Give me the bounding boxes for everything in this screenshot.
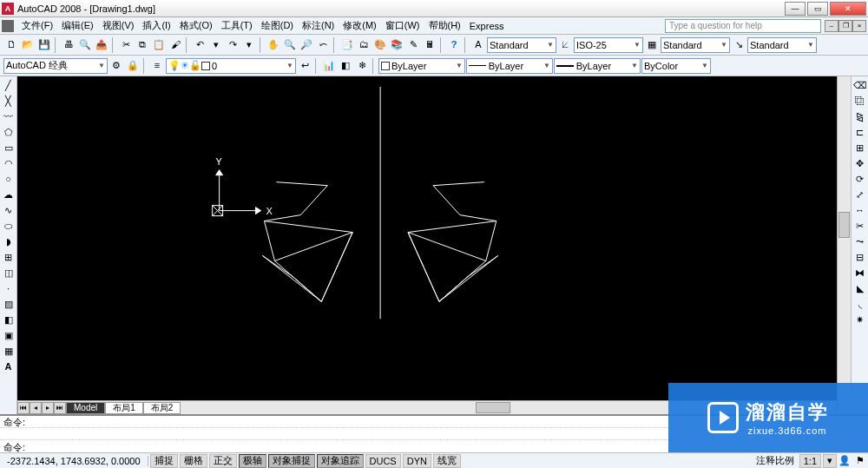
tab-layout2[interactable]: 布局2 [143,402,181,414]
extend-tool[interactable]: ⤳ [853,234,867,248]
polygon-tool[interactable]: ⬠ [2,125,16,139]
insertblock-tool[interactable]: ⊞ [2,250,16,264]
mdi-restore-button[interactable]: ❐ [838,20,852,32]
offset-tool[interactable]: ⊏ [853,125,867,139]
grid-toggle[interactable]: 栅格 [180,454,207,468]
workspace-settings-button[interactable]: ⚙ [108,58,124,74]
tab-prev-button[interactable]: ◂ [30,402,42,414]
plot-preview-button[interactable]: 🔍 [77,37,93,53]
layer-freeze-button[interactable]: ❄ [354,58,370,74]
mdi-minimize-button[interactable]: – [825,20,838,32]
rectangle-tool[interactable]: ▭ [2,141,16,155]
menu-dimension[interactable]: 标注(N) [298,17,339,34]
tab-model[interactable]: Model [66,402,105,414]
drawing-canvas[interactable]: X Y [17,76,837,414]
move-tool[interactable]: ✥ [853,156,867,170]
ducs-toggle[interactable]: DUCS [365,454,401,468]
polar-toggle[interactable]: 极轴 [239,454,266,468]
zoom-previous-button[interactable]: ⤺ [315,37,331,53]
plotstyle-dropdown[interactable]: ByColor▼ [641,58,711,74]
layer-previous-button[interactable]: ↩ [297,58,312,74]
annoscale-button[interactable]: 1:1 [799,454,821,468]
close-button[interactable]: ✕ [830,2,866,16]
mtext-tool[interactable]: A [2,359,16,373]
fillet-tool[interactable]: ◟ [853,297,867,311]
osnap-toggle[interactable]: 对象捕捉 [268,454,315,468]
open-button[interactable]: 📂 [20,37,36,53]
revcloud-tool[interactable]: ☁ [2,188,16,201]
layer-states-button[interactable]: 📊 [321,58,337,74]
properties-button[interactable]: 📑 [339,37,355,53]
break-tool[interactable]: ⊟ [853,250,867,264]
array-tool[interactable]: ⊞ [853,141,867,155]
menu-tools[interactable]: 工具(T) [217,17,257,34]
vertical-scrollbar[interactable] [837,76,851,414]
layer-isolate-button[interactable]: ◧ [338,58,353,74]
annovisibility-icon[interactable]: 👤 [837,453,852,469]
explode-tool[interactable]: ✷ [853,313,867,326]
menu-window[interactable]: 窗口(W) [381,17,424,34]
line-tool[interactable]: ╱ [2,78,16,92]
scale-tool[interactable]: ⤢ [853,188,867,201]
menu-draw[interactable]: 绘图(D) [257,17,298,34]
snap-toggle[interactable]: 捕捉 [150,454,178,468]
quickcalc-button[interactable]: 🖩 [422,37,437,53]
ellipse-tool[interactable]: ⬭ [2,219,16,233]
stretch-tool[interactable]: ↔ [853,203,867,217]
ellipsearc-tool[interactable]: ◗ [2,234,16,248]
redo-button[interactable]: ↷ [225,37,240,53]
markup-button[interactable]: ✎ [405,37,421,53]
arc-tool[interactable]: ◠ [2,156,16,170]
textstyle-icon[interactable]: A [470,37,486,53]
region-tool[interactable]: ▣ [2,328,16,342]
tab-first-button[interactable]: ⏮ [17,402,30,414]
trim-tool[interactable]: ✂ [853,219,867,233]
lineweight-dropdown[interactable]: ByLayer▼ [554,58,641,74]
sheetset-button[interactable]: 📚 [389,37,404,53]
annoscale-menu-button[interactable]: ▾ [823,454,837,468]
cut-button[interactable]: ✂ [118,37,134,53]
join-tool[interactable]: ⧓ [853,266,867,280]
menu-modify[interactable]: 修改(M) [339,17,381,34]
polyline-tool[interactable]: 〰 [2,109,16,123]
ortho-toggle[interactable]: 正交 [209,454,237,468]
undo-dropdown[interactable]: ▾ [208,37,224,53]
tab-layout1[interactable]: 布局1 [105,402,143,414]
pan-button[interactable]: ✋ [266,37,281,53]
hatch-tool[interactable]: ▨ [2,297,16,311]
tablestyle-dropdown[interactable]: Standard▼ [661,37,730,53]
paste-button[interactable]: 📋 [151,37,167,53]
dimstyle-dropdown[interactable]: ISO-25▼ [574,37,643,53]
mleaderstyle-icon[interactable]: ↘ [731,37,746,53]
minimize-button[interactable]: — [785,2,806,16]
menu-help[interactable]: 帮助(H) [424,17,465,34]
help-search-input[interactable]: Type a question for help [665,19,821,33]
toolpalettes-button[interactable]: 🎨 [372,37,388,53]
copy-tool[interactable]: ⿻ [853,94,867,108]
textstyle-dropdown[interactable]: Standard▼ [487,37,556,53]
point-tool[interactable]: · [2,281,16,295]
layer-dropdown[interactable]: 💡☀🔓 0▼ [166,58,296,74]
table-tool[interactable]: ▦ [2,344,16,358]
zoom-window-button[interactable]: 🔎 [299,37,314,53]
mirror-tool[interactable]: ⧎ [853,109,867,123]
help-button[interactable]: ? [446,37,462,53]
save-button[interactable]: 💾 [36,37,52,53]
menu-view[interactable]: 视图(V) [98,17,139,34]
menu-edit[interactable]: 编辑(E) [57,17,98,34]
rotate-tool[interactable]: ⟳ [853,172,867,186]
workspace-lock-button[interactable]: 🔒 [125,58,141,74]
new-button[interactable]: 🗋 [3,37,19,53]
print-button[interactable]: 🖶 [61,37,76,53]
linetype-dropdown[interactable]: ByLayer▼ [466,58,553,74]
color-dropdown[interactable]: ByLayer▼ [378,58,465,74]
xline-tool[interactable]: ╳ [2,94,16,108]
status-tray-icon[interactable]: ⚑ [852,453,868,469]
menu-express[interactable]: Express [465,19,509,33]
redo-dropdown[interactable]: ▾ [241,37,257,53]
layer-manager-button[interactable]: ≡ [149,58,165,74]
tablestyle-icon[interactable]: ▦ [644,37,660,53]
coords-readout[interactable]: -2372.1434, 1743.6932, 0.0000 [0,456,148,466]
gradient-tool[interactable]: ◧ [2,313,16,326]
tab-last-button[interactable]: ⏭ [54,402,66,414]
